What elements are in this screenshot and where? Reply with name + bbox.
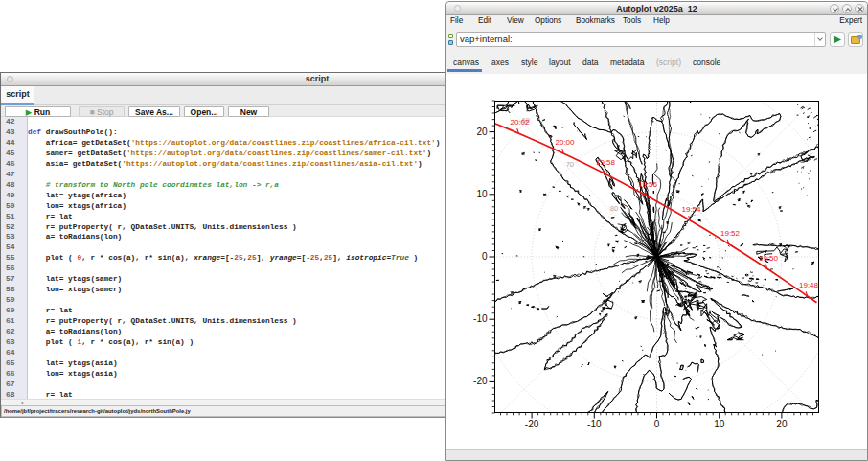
- svg-text:19:56: 19:56: [638, 180, 658, 189]
- svg-text:20:00: 20:00: [555, 138, 575, 147]
- svg-text:20:02: 20:02: [510, 118, 530, 127]
- svg-text:-20: -20: [525, 419, 539, 429]
- svg-text:-20: -20: [473, 376, 488, 386]
- svg-text:10: 10: [476, 189, 488, 199]
- svg-text:0: 0: [654, 419, 660, 429]
- svg-text:10: 10: [714, 419, 725, 429]
- svg-text:19:54: 19:54: [681, 205, 701, 214]
- svg-text:19:52: 19:52: [720, 229, 741, 238]
- svg-text:80: 80: [610, 204, 618, 213]
- svg-text:19:50: 19:50: [759, 254, 779, 263]
- svg-text:19:58: 19:58: [596, 158, 616, 167]
- svg-text:-10: -10: [587, 419, 602, 429]
- svg-text:0: 0: [482, 251, 488, 262]
- svg-text:20: 20: [476, 127, 488, 137]
- svg-text:-10: -10: [473, 313, 488, 324]
- svg-text:20: 20: [776, 419, 788, 429]
- svg-text:19:48: 19:48: [799, 281, 819, 289]
- svg-text:70: 70: [566, 160, 574, 169]
